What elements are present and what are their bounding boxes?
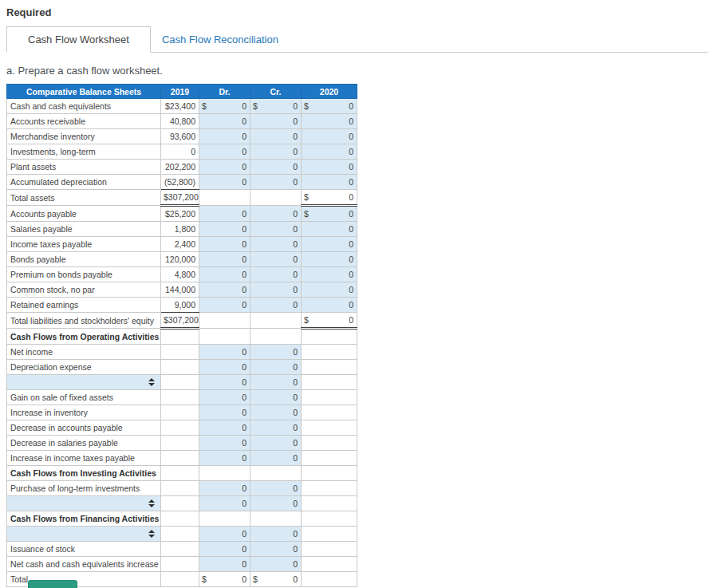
page: Required Cash Flow WorksheetCash Flow Re… <box>0 0 714 588</box>
cr-cell[interactable]: 0 <box>250 267 302 282</box>
y2020-cell[interactable]: 0 <box>302 175 357 190</box>
header-row: Comparative Balance Sheets2019Dr.Cr.2020 <box>7 85 357 99</box>
table-row: Cash Flows from Financing Activities <box>7 511 357 527</box>
dr-cell[interactable]: 0 <box>199 160 250 175</box>
y2020-cell[interactable]: 0 <box>302 298 357 313</box>
cell-value: 0 <box>349 192 353 202</box>
dr-cell[interactable]: 0 <box>199 557 250 572</box>
dr-cell[interactable]: 0 <box>199 252 250 267</box>
dr-cell[interactable]: 0 <box>199 298 250 313</box>
account-select[interactable] <box>7 375 161 390</box>
y2020-cell <box>302 436 357 451</box>
cr-cell[interactable]: 0 <box>250 542 302 557</box>
cell-value: 0 <box>242 224 247 234</box>
cr-cell[interactable]: 0 <box>250 527 302 542</box>
cell-value: 0 <box>293 224 298 234</box>
dr-cell[interactable]: 0 <box>199 481 250 496</box>
dr-cell[interactable]: 0 <box>199 345 250 360</box>
cell-value: 0 <box>293 453 298 463</box>
y2020-cell[interactable]: 0 <box>302 129 357 144</box>
cr-cell[interactable]: 0 <box>250 420 302 436</box>
cr-cell[interactable]: 0 <box>250 481 302 496</box>
table-row: Income taxes payable2,400000 <box>7 237 357 252</box>
cell-value: (52,800) <box>164 177 195 187</box>
cr-cell[interactable]: 0 <box>250 557 302 572</box>
cr-cell[interactable]: 0 <box>250 129 302 144</box>
header-cr: Cr. <box>250 85 302 99</box>
cr-cell[interactable]: 0 <box>250 144 302 160</box>
y2020-cell[interactable]: 0 <box>302 282 357 298</box>
y2020-cell[interactable]: 0 <box>302 222 357 237</box>
cell-value: 0 <box>242 270 247 279</box>
dr-cell[interactable]: 0 <box>199 206 250 222</box>
dr-cell[interactable]: 0 <box>199 267 250 282</box>
dr-cell[interactable]: 0 <box>199 451 250 466</box>
y2020-cell[interactable]: 0 <box>302 252 357 267</box>
tab-cash-flow-reconciliation[interactable]: Cash Flow Reconciliation <box>151 27 290 52</box>
y2020-cell[interactable]: 0 <box>302 114 357 129</box>
cr-cell[interactable]: 0 <box>250 222 302 237</box>
dr-cell[interactable]: 0 <box>199 496 250 511</box>
dr-cell[interactable]: 0 <box>199 175 250 190</box>
cr-cell[interactable]: 0 <box>250 390 302 405</box>
bottom-action-button[interactable] <box>28 580 77 588</box>
dr-cell[interactable]: 0 <box>199 420 250 436</box>
dr-cell[interactable]: $0 <box>199 99 250 114</box>
table-row: Accumulated depreciation(52,800)000 <box>7 175 357 190</box>
cr-cell[interactable]: 0 <box>250 405 302 420</box>
dr-cell[interactable]: 0 <box>199 390 250 405</box>
cell-value: 0 <box>293 101 298 111</box>
cr-cell[interactable]: 0 <box>250 436 302 451</box>
cell-value: 0 <box>242 393 247 402</box>
cr-cell[interactable]: 0 <box>250 496 302 511</box>
dr-cell[interactable]: 0 <box>199 129 250 144</box>
cell-value: 0 <box>293 239 298 249</box>
dr-cell[interactable]: 0 <box>199 360 250 375</box>
dr-cell[interactable]: 0 <box>199 237 250 252</box>
cr-cell[interactable]: 0 <box>250 160 302 175</box>
instruction-text: a. Prepare a cash flow worksheet. <box>6 65 708 77</box>
y2020-cell[interactable]: 0 <box>302 160 357 175</box>
y2020-cell[interactable]: 0 <box>302 144 357 160</box>
y2020-cell[interactable]: 0 <box>302 267 357 282</box>
y2020-cell[interactable]: $0 <box>302 99 357 114</box>
cash-flow-worksheet-table: Comparative Balance Sheets2019Dr.Cr.2020… <box>6 84 357 587</box>
cr-cell[interactable]: 0 <box>250 114 302 129</box>
cr-cell[interactable]: 0 <box>250 298 302 313</box>
dr-cell[interactable]: 0 <box>199 222 250 237</box>
required-heading: Required <box>6 6 708 18</box>
tab-cash-flow-worksheet[interactable]: Cash Flow Worksheet <box>6 26 151 53</box>
cr-cell[interactable]: 0 <box>250 282 302 298</box>
cr-cell[interactable]: 0 <box>250 237 302 252</box>
cr-cell[interactable]: 0 <box>250 375 302 390</box>
cell-value: 0 <box>349 300 353 310</box>
dr-cell[interactable]: 0 <box>199 375 250 390</box>
y2019-cell: 4,800 <box>161 267 199 282</box>
account-select[interactable] <box>7 496 161 511</box>
table-row: Depreciation expense00 <box>7 360 357 375</box>
cr-cell[interactable]: 0 <box>250 360 302 375</box>
y2020-cell[interactable]: $0 <box>302 206 357 222</box>
account-label: Accounts receivable <box>7 114 161 129</box>
dr-cell: $0 <box>199 572 250 587</box>
cr-cell[interactable]: 0 <box>250 252 302 267</box>
dr-cell[interactable]: 0 <box>199 527 250 542</box>
cr-cell[interactable]: 0 <box>250 175 302 190</box>
cell-value: 0 <box>242 544 247 554</box>
dr-cell[interactable]: 0 <box>199 114 250 129</box>
dr-cell[interactable]: 0 <box>199 405 250 420</box>
y2020-cell[interactable]: 0 <box>302 237 357 252</box>
cr-cell[interactable]: 0 <box>250 451 302 466</box>
cr-cell[interactable]: 0 <box>250 345 302 360</box>
dr-cell[interactable]: 0 <box>199 144 250 160</box>
cr-cell[interactable]: $0 <box>250 99 302 114</box>
account-select[interactable] <box>7 527 161 542</box>
account-label: Accounts payable <box>7 206 161 222</box>
dr-cell[interactable]: 0 <box>199 282 250 298</box>
dr-cell <box>199 190 250 206</box>
table-row: Accounts payable$25,20000$0 <box>7 206 357 222</box>
dr-cell[interactable]: 0 <box>199 542 250 557</box>
dr-cell[interactable]: 0 <box>199 436 250 451</box>
cr-cell[interactable]: 0 <box>250 206 302 222</box>
dropdown-spinner-icon <box>148 530 155 538</box>
